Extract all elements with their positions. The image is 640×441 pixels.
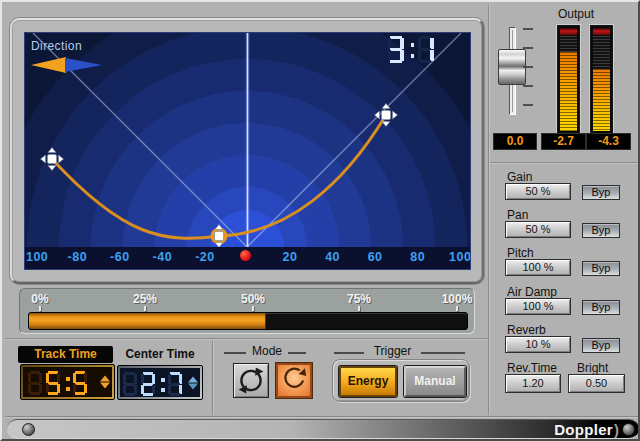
- direction-control: Direction: [31, 39, 107, 73]
- percent-label: 100%: [442, 292, 473, 306]
- transport-panel: 0%25%50%75%100%: [19, 288, 475, 334]
- mode-loop-button[interactable]: [233, 363, 269, 398]
- spinner-up-icon[interactable]: [188, 376, 198, 382]
- parameters-panel: Gain 50 % Byp Pan 50 % Byp Pitch 100 % B…: [490, 165, 640, 415]
- pitch-value-button[interactable]: 100 %: [505, 259, 571, 276]
- param-label: Pitch: [507, 246, 534, 260]
- track-time-spinner[interactable]: [100, 375, 110, 390]
- mode-section-label: Mode: [246, 344, 288, 358]
- axis-tick-label: 100: [449, 250, 471, 264]
- param-label: Gain: [507, 170, 532, 184]
- bright-value-button[interactable]: 0.50: [568, 374, 625, 393]
- center-time-led[interactable]: [123, 372, 187, 396]
- airdamp-value-button[interactable]: 100 %: [505, 298, 571, 315]
- trigger-section-label: Trigger: [365, 344, 420, 358]
- listener-position-dot: [240, 250, 251, 261]
- center-time-label: Center Time: [118, 347, 202, 361]
- revtime-value-button[interactable]: 1.20: [505, 374, 561, 393]
- loop-cycle-icon: [234, 364, 268, 397]
- trigger-manual-button[interactable]: Manual: [404, 366, 466, 397]
- screw-icon: [22, 423, 35, 436]
- pan-value-button[interactable]: 50 %: [505, 221, 571, 238]
- pitch-bypass-button[interactable]: Byp: [582, 261, 620, 276]
- airdamp-bypass-button[interactable]: Byp: [582, 300, 620, 315]
- output-gain-readout[interactable]: 0.0: [493, 133, 537, 150]
- direction-right-arrow-icon[interactable]: [65, 58, 102, 72]
- percent-label: 75%: [347, 292, 371, 306]
- axis-tick-label: -40: [153, 250, 173, 264]
- brand-bracket: ): [614, 421, 619, 438]
- gain-value-button[interactable]: 50 %: [505, 183, 571, 200]
- track-time-label: Track Time: [18, 346, 113, 363]
- meter-lit-segment: [593, 69, 610, 131]
- percent-label: 50%: [241, 292, 265, 306]
- axis-tick-label: -20: [195, 250, 215, 264]
- param-label: Air Damp: [507, 285, 557, 299]
- screw-icon: [622, 423, 635, 436]
- mode-one-shot-button[interactable]: [276, 363, 312, 398]
- axis-tick-label: -80: [68, 250, 88, 264]
- output-meter-left: [557, 25, 580, 134]
- spinner-up-icon[interactable]: [100, 376, 110, 382]
- bright-label: Bright: [577, 361, 608, 375]
- reverb-value-button[interactable]: 10 %: [505, 336, 571, 353]
- path-node-middle[interactable]: [215, 225, 224, 248]
- brand-logo: Doppler: [554, 421, 613, 438]
- meter-left-readout[interactable]: -2.7: [541, 133, 586, 150]
- output-meter-right: [590, 25, 613, 134]
- meter-lit-segment: [560, 52, 577, 131]
- percent-label: 25%: [133, 292, 157, 306]
- axis-tick-label: 80: [410, 250, 425, 264]
- axis-tick-label: 20: [283, 250, 298, 264]
- reverb-bypass-button[interactable]: Byp: [582, 338, 620, 353]
- axis-tick-label: 40: [325, 250, 340, 264]
- revtime-label: Rev.Time: [507, 361, 557, 375]
- progress-bar[interactable]: [28, 312, 468, 330]
- meter-clip-segment: [593, 28, 610, 35]
- loop-once-icon: [278, 365, 310, 396]
- spinner-down-icon[interactable]: [188, 383, 198, 389]
- trajectory-display[interactable]: -100-80-60-40-2020406080100 Direction: [24, 32, 471, 270]
- axis-tick-label: -60: [110, 250, 130, 264]
- progress-fill: [29, 313, 266, 329]
- meter-unlit-segment: [593, 36, 610, 69]
- path-node-right[interactable]: [375, 104, 398, 127]
- track-time-display[interactable]: [20, 364, 115, 400]
- param-label: Reverb: [507, 323, 546, 337]
- axis-tick-label: 60: [368, 250, 383, 264]
- spinner-down-icon[interactable]: [100, 383, 110, 389]
- graph-bezel: -100-80-60-40-2020406080100 Direction: [10, 18, 484, 284]
- meter-unlit-segment: [560, 36, 577, 52]
- output-slider-thumb[interactable]: [498, 49, 526, 85]
- percent-label: 0%: [31, 292, 48, 306]
- direction-label: Direction: [31, 39, 107, 53]
- param-label: Pan: [507, 208, 528, 222]
- center-time-display[interactable]: [117, 365, 203, 400]
- meter-clip-segment: [560, 28, 577, 35]
- meter-right-readout[interactable]: -4.3: [586, 133, 631, 150]
- doppler-plugin-window: -100-80-60-40-2020406080100 Direction 0%…: [0, 0, 640, 441]
- gain-bypass-button[interactable]: Byp: [582, 185, 620, 200]
- footer-brand-strip: Doppler ): [7, 419, 639, 439]
- output-section-label: Output: [558, 7, 610, 21]
- track-time-led[interactable]: [28, 371, 96, 395]
- ratio-led-display[interactable]: [388, 36, 448, 64]
- pan-bypass-button[interactable]: Byp: [582, 223, 620, 238]
- center-time-spinner[interactable]: [188, 375, 198, 390]
- direction-left-arrow-icon[interactable]: [31, 57, 66, 73]
- trigger-energy-button[interactable]: Energy: [339, 366, 397, 397]
- axis-tick-label: -100: [24, 250, 48, 264]
- right-ray: [247, 33, 461, 247]
